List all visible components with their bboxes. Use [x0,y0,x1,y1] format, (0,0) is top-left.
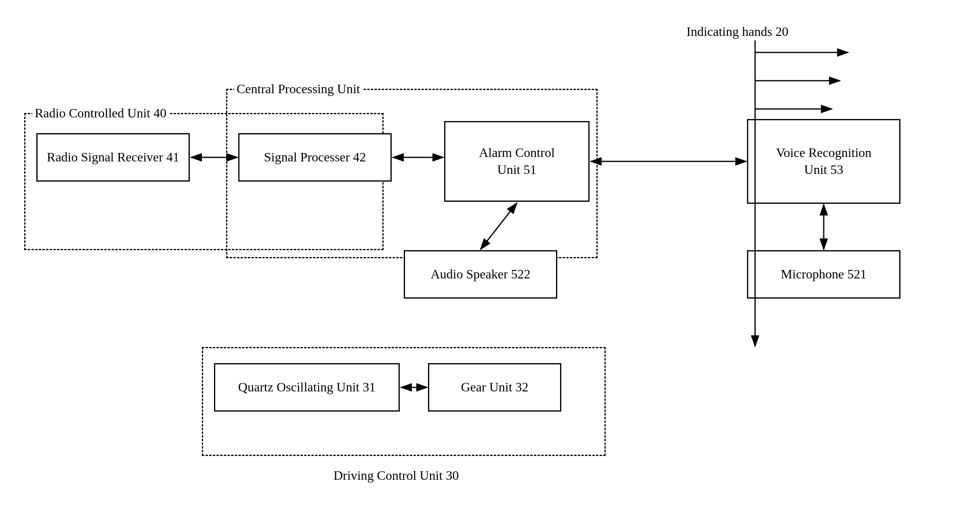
diagram: Radio Controlled Unit 40 Central Process… [0,0,980,506]
radio-signal-receiver-label: Radio Signal Receiver 41 [47,149,179,166]
voice-recognition-unit-label: Voice Recognition Unit 53 [776,144,872,178]
alarm-control-unit-label: Alarm Control Unit 51 [479,144,555,178]
quartz-oscillating-unit-label: Quartz Oscillating Unit 31 [238,379,376,396]
driving-control-unit-label: Driving Control Unit 30 [331,468,461,483]
signal-processer-box: Signal Processer 42 [238,133,392,182]
audio-speaker-box: Audio Speaker 522 [404,250,557,299]
indicating-hands-label: Indicating hands 20 [686,24,788,39]
voice-recognition-unit-box: Voice Recognition Unit 53 [747,119,900,204]
audio-speaker-label: Audio Speaker 522 [430,266,530,283]
microphone-box: Microphone 521 [747,250,900,299]
radio-controlled-unit-label: Radio Controlled Unit 40 [32,106,169,121]
gear-unit-box: Gear Unit 32 [428,363,561,412]
central-processing-unit-label: Central Processing Unit [234,82,363,96]
radio-signal-receiver-box: Radio Signal Receiver 41 [36,133,190,182]
signal-processer-label: Signal Processer 42 [264,149,366,166]
quartz-oscillating-unit-box: Quartz Oscillating Unit 31 [214,363,400,412]
alarm-control-unit-box: Alarm Control Unit 51 [444,121,590,202]
gear-unit-label: Gear Unit 32 [461,379,528,396]
microphone-label: Microphone 521 [781,266,867,283]
